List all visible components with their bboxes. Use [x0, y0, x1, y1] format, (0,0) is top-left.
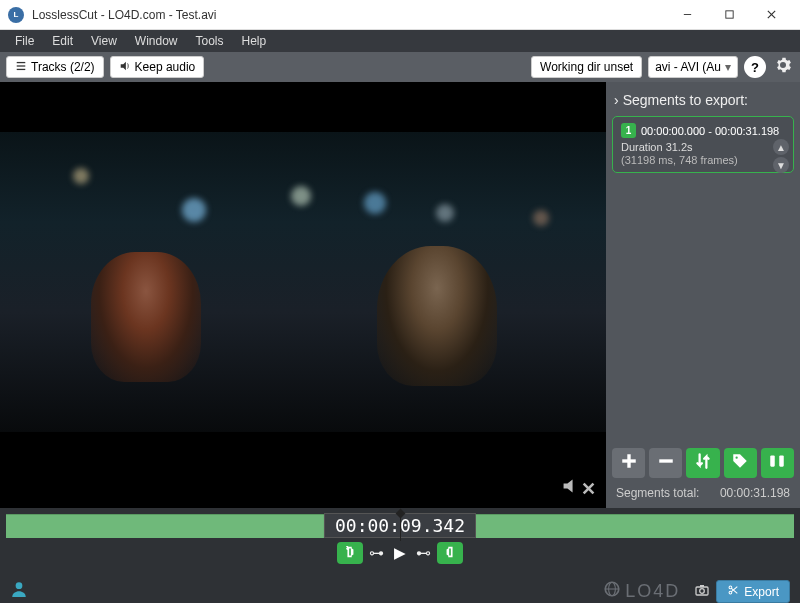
- menubar: File Edit View Window Tools Help: [0, 30, 800, 52]
- menu-window[interactable]: Window: [126, 32, 187, 50]
- video-frame: [0, 132, 606, 432]
- format-label: avi - AVI (Au: [655, 60, 721, 74]
- segment-move-down-button[interactable]: ▼: [773, 157, 789, 173]
- working-dir-button[interactable]: Working dir unset: [531, 56, 642, 78]
- svg-point-18: [700, 588, 705, 593]
- svg-rect-19: [700, 585, 704, 587]
- set-end-button[interactable]: [437, 542, 463, 564]
- tracks-button[interactable]: Tracks (2/2): [6, 56, 104, 78]
- sort-icon: [694, 452, 712, 475]
- gear-icon: [775, 57, 791, 77]
- menu-tools[interactable]: Tools: [187, 32, 233, 50]
- bracket-right-icon: [444, 546, 456, 561]
- segments-panel: › Segments to export: 1 00:00:00.000 - 0…: [606, 82, 800, 508]
- watermark-text: LO4D: [625, 581, 680, 602]
- split-icon: [768, 452, 786, 475]
- add-segment-button[interactable]: [612, 448, 645, 478]
- sort-segments-button[interactable]: [686, 448, 719, 478]
- tag-icon: [731, 452, 749, 475]
- segment-move-up-button[interactable]: ▲: [773, 139, 789, 155]
- speaker-icon: [561, 477, 579, 500]
- bracket-left-icon: [344, 546, 356, 561]
- segments-header[interactable]: › Segments to export:: [612, 88, 794, 116]
- scissors-icon: [727, 584, 739, 599]
- watermark: LO4D: [603, 580, 680, 603]
- segments-total-value: 00:00:31.198: [720, 486, 790, 500]
- app-icon: L: [8, 7, 24, 23]
- close-button[interactable]: [750, 1, 792, 29]
- menu-file[interactable]: File: [6, 32, 43, 50]
- menu-view[interactable]: View: [82, 32, 126, 50]
- minimize-button[interactable]: [666, 1, 708, 29]
- help-button[interactable]: ?: [744, 56, 766, 78]
- menu-help[interactable]: Help: [233, 32, 276, 50]
- camera-icon: [694, 584, 710, 601]
- help-label: ?: [751, 60, 759, 75]
- arrow-up-icon: ▲: [776, 142, 786, 153]
- maximize-button[interactable]: [708, 1, 750, 29]
- list-icon: [15, 60, 27, 75]
- svg-rect-12: [780, 455, 785, 466]
- play-button[interactable]: ▶: [390, 544, 410, 562]
- svg-rect-11: [771, 455, 776, 466]
- bottom-bar: LO4D Export: [0, 574, 800, 603]
- plus-icon: [620, 452, 638, 475]
- export-button[interactable]: Export: [716, 580, 790, 603]
- svg-rect-1: [725, 11, 732, 18]
- mute-x-icon: ✕: [581, 478, 596, 500]
- chevron-down-icon: ▾: [725, 60, 731, 74]
- timeline-area: 00:00:09.342 ⊶ ▶ ⊷: [0, 514, 800, 574]
- arrow-down-icon: ▼: [776, 160, 786, 171]
- segment-tools: [612, 448, 794, 478]
- chevron-right-icon: ›: [614, 92, 619, 108]
- window-titlebar: L LosslessCut - LO4D.com - Test.avi: [0, 0, 800, 30]
- segment-range: 00:00:00.000 - 00:00:31.198: [641, 125, 779, 137]
- segments-total: Segments total: 00:00:31.198: [612, 478, 794, 502]
- mute-button[interactable]: ✕: [561, 477, 596, 500]
- video-player[interactable]: ✕: [0, 82, 606, 508]
- split-segments-button[interactable]: [761, 448, 794, 478]
- segment-details: (31198 ms, 748 frames): [621, 154, 785, 166]
- key-next-icon[interactable]: ⊷: [414, 544, 433, 562]
- user-button[interactable]: [10, 580, 28, 603]
- svg-point-10: [736, 456, 738, 458]
- minus-icon: [657, 452, 675, 475]
- export-label: Export: [744, 585, 779, 599]
- remove-segment-button[interactable]: [649, 448, 682, 478]
- svg-point-13: [16, 582, 23, 589]
- segments-total-label: Segments total:: [616, 486, 699, 500]
- volume-icon: [119, 60, 131, 75]
- capture-frame-button[interactable]: [694, 582, 710, 602]
- playhead[interactable]: [400, 511, 401, 541]
- segment-index-badge: 1: [621, 123, 636, 138]
- person-icon: [10, 582, 28, 602]
- set-start-button[interactable]: [337, 542, 363, 564]
- settings-button[interactable]: [772, 56, 794, 78]
- play-icon: ▶: [394, 544, 406, 561]
- segments-header-label: Segments to export:: [623, 92, 748, 108]
- tracks-label: Tracks (2/2): [31, 60, 95, 74]
- menu-edit[interactable]: Edit: [43, 32, 82, 50]
- keep-audio-button[interactable]: Keep audio: [110, 56, 205, 78]
- format-dropdown[interactable]: avi - AVI (Au ▾: [648, 56, 738, 78]
- keep-audio-label: Keep audio: [135, 60, 196, 74]
- tag-segments-button[interactable]: [724, 448, 757, 478]
- key-prev-icon[interactable]: ⊶: [367, 544, 386, 562]
- globe-icon: [603, 580, 621, 603]
- working-dir-label: Working dir unset: [540, 60, 633, 74]
- toolbar: Tracks (2/2) Keep audio Working dir unse…: [0, 52, 800, 82]
- segment-duration: Duration 31.2s: [621, 141, 785, 153]
- timeline-track[interactable]: 00:00:09.342: [6, 514, 794, 538]
- window-title: LosslessCut - LO4D.com - Test.avi: [32, 8, 666, 22]
- play-controls: ⊶ ▶ ⊷: [0, 542, 800, 564]
- main-area: ✕ › Segments to export: 1 00:00:00.000 -…: [0, 82, 800, 508]
- segment-item[interactable]: 1 00:00:00.000 - 00:00:31.198 Duration 3…: [612, 116, 794, 173]
